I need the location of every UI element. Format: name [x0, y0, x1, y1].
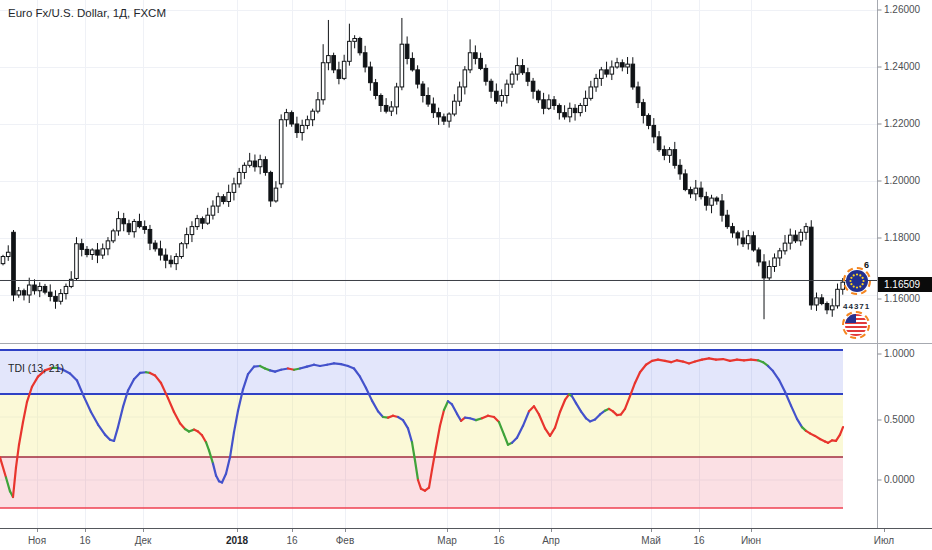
price-tick-label: 1.18000 — [884, 232, 920, 244]
axis-panel-bg — [878, 0, 932, 550]
time-tick-label: Июл — [874, 535, 894, 547]
trading-chart-window: Euro Fx/U.S. Dollar, 1Д, FXCM TDI (13, 2… — [0, 0, 932, 550]
eu-event-count: 6 — [864, 260, 869, 270]
indicator-tick-label: 1.0000 — [884, 348, 915, 360]
time-tick-label: 16 — [693, 535, 704, 547]
tdi-bands — [0, 350, 843, 508]
time-tick-label: Ноя — [28, 535, 46, 547]
time-tick-label: Фев — [336, 535, 354, 547]
time-tick-label: 2018 — [226, 535, 248, 547]
time-tick-label: Мар — [437, 535, 457, 547]
indicator-tick-label: 0.5000 — [884, 414, 915, 426]
us-event-count: 44371 — [843, 302, 870, 311]
last-price-badge: 1.16509 — [878, 277, 932, 292]
indicator-label[interactable]: TDI (13, 21) — [8, 362, 64, 374]
time-tick-label: Апр — [542, 535, 560, 547]
time-tick-label: 16 — [286, 535, 297, 547]
us-event-ring-icon[interactable] — [842, 311, 870, 339]
eu-event-ring-icon[interactable] — [843, 267, 871, 295]
price-tick-label: 1.26000 — [884, 4, 920, 16]
chart-canvas[interactable] — [0, 0, 932, 550]
price-tick-label: 1.24000 — [884, 61, 920, 73]
time-tick-label: Май — [641, 535, 661, 547]
price-tick-label: 1.20000 — [884, 175, 920, 187]
symbol-title[interactable]: Euro Fx/U.S. Dollar, 1Д, FXCM — [8, 7, 166, 19]
indicator-tick-label: 0.0000 — [884, 474, 915, 486]
candlestick-series — [1, 18, 850, 319]
price-tick-label: 1.16000 — [884, 293, 920, 305]
time-tick-label: Июн — [741, 535, 761, 547]
time-tick-label: 16 — [79, 535, 90, 547]
time-tick-label: Дек — [135, 535, 152, 547]
price-tick-label: 1.22000 — [884, 118, 920, 130]
time-tick-label: 16 — [493, 535, 504, 547]
